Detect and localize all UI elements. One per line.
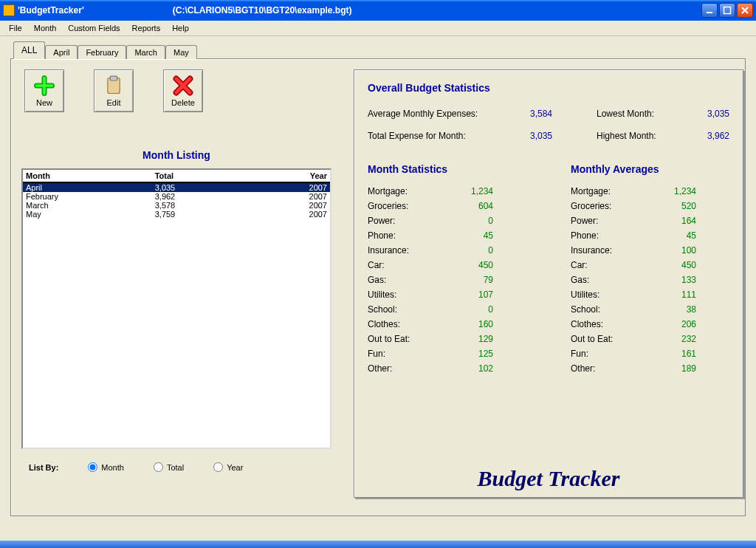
monthly-avg-label: Fun: (571, 349, 652, 359)
monthly-avg-row: Fun:161 (571, 346, 729, 361)
new-button[interactable]: New (24, 69, 64, 112)
table-row[interactable]: March3,5782007 (23, 201, 330, 210)
stats-panel: Overall Budget Statistics Average Monthl… (354, 69, 743, 498)
month-stat-value: 604 (449, 201, 493, 211)
monthly-avg-row: Mortgage:1,234 (571, 184, 729, 199)
cell-month: April (23, 182, 126, 192)
monthly-avg-row: Clothes:206 (571, 317, 729, 332)
month-stat-label: Phone: (368, 230, 449, 241)
radio-year-input[interactable] (213, 462, 223, 472)
window-title: 'BudgetTracker' (18, 5, 84, 16)
tab-march[interactable]: March (126, 45, 165, 59)
monthly-avg-label: Power: (571, 216, 652, 226)
month-stat-label: Utilites: (368, 290, 449, 300)
tab-panel: New Edit Delete Month Listing (10, 58, 746, 516)
svg-rect-0 (707, 12, 712, 13)
menu-month[interactable]: Month (30, 22, 61, 34)
table-row[interactable]: April3,0352007 (23, 182, 330, 192)
plus-icon (34, 75, 55, 96)
tab-may[interactable]: May (165, 45, 197, 59)
monthly-avg-row: Groceries:520 (571, 199, 729, 213)
highest-month-value: 3,962 (685, 131, 729, 141)
month-stat-row: Phone:45 (368, 228, 526, 243)
app-icon (3, 4, 15, 16)
monthly-avg-value: 45 (652, 230, 696, 241)
month-stats-list: Mortgage:1,234Groceries:604Power:0Phone:… (368, 184, 526, 376)
monthly-avg-label: Phone: (571, 230, 652, 241)
radio-total-input[interactable] (154, 462, 163, 472)
total-expense-label: Total Expense for Month: (368, 131, 493, 141)
monthly-avg-value: 1,234 (652, 186, 696, 196)
highest-month-label: Highest Month: (597, 131, 685, 141)
menu-help[interactable]: Help (168, 22, 193, 34)
monthly-avg-label: Out to Eat: (571, 334, 652, 344)
monthly-avg-row: Insurance:100 (571, 243, 729, 258)
lowest-month-label: Lowest Month: (597, 109, 685, 119)
month-listing-grid[interactable]: Month Total Year April3,0352007February3… (21, 168, 331, 449)
edit-button-label: Edit (107, 98, 121, 107)
radio-year-label: Year (227, 463, 243, 472)
edit-button[interactable]: Edit (94, 69, 134, 112)
overall-title: Overall Budget Statistics (368, 82, 729, 94)
radio-year[interactable]: Year (213, 462, 243, 472)
minimize-button[interactable] (701, 3, 718, 18)
month-stat-row: Clothes:160 (368, 317, 526, 332)
radio-month[interactable]: Month (88, 462, 124, 472)
tab-february[interactable]: February (78, 45, 126, 59)
overall-grid: Average Monthly Expenses: 3,584 Lowest M… (368, 109, 729, 141)
monthly-avg-value: 133 (652, 275, 696, 285)
monthly-avg-label: Gas: (571, 275, 652, 285)
month-stat-label: Clothes: (368, 319, 449, 329)
table-row[interactable]: February3,9622007 (23, 192, 330, 201)
monthly-avg-row: Car:450 (571, 258, 729, 273)
tab-all[interactable]: ALL (13, 41, 45, 59)
menu-file[interactable]: File (4, 22, 27, 34)
month-stat-label: Groceries: (368, 201, 449, 211)
col-year[interactable]: Year (266, 170, 330, 182)
month-stat-value: 45 (449, 230, 493, 241)
month-stat-label: Power: (368, 216, 449, 226)
table-row[interactable]: May3,7592007 (23, 210, 330, 219)
monthly-avg-label: Other: (571, 363, 652, 374)
month-stat-label: Insurance: (368, 245, 449, 256)
month-stat-value: 79 (449, 275, 493, 285)
monthly-avg-value: 161 (652, 349, 696, 359)
maximize-button[interactable] (719, 3, 735, 18)
month-stat-label: Other: (368, 363, 449, 374)
monthly-avg-row: Out to Eat:232 (571, 332, 729, 346)
month-stat-label: Mortgage: (368, 186, 449, 196)
col-total[interactable]: Total (126, 170, 267, 182)
month-stat-value: 129 (449, 334, 493, 344)
menu-reports[interactable]: Reports (128, 22, 165, 34)
menu-custom-fields[interactable]: Custom Fields (63, 22, 124, 34)
radio-total[interactable]: Total (154, 462, 184, 472)
month-stat-label: School: (368, 304, 449, 315)
month-stat-row: Power:0 (368, 213, 526, 228)
monthly-avg-value: 164 (652, 216, 696, 226)
monthly-averages-list: Mortgage:1,234Groceries:520Power:164Phon… (571, 184, 729, 376)
tab-april[interactable]: April (45, 45, 78, 59)
listby-label: List By: (29, 463, 58, 472)
monthly-avg-value: 38 (652, 304, 696, 315)
total-expense-value: 3,035 (493, 131, 552, 141)
close-button[interactable] (737, 3, 753, 18)
col-month[interactable]: Month (23, 170, 126, 182)
month-stat-value: 0 (449, 216, 493, 226)
radio-month-input[interactable] (88, 462, 97, 472)
month-stat-value: 125 (449, 349, 493, 359)
avg-expenses-label: Average Monthly Expenses: (368, 109, 493, 119)
window-titlebar: 'BudgetTracker' (C:\CLARION5\BGT10\BGT20… (0, 0, 756, 21)
radio-total-label: Total (167, 463, 184, 472)
month-stat-value: 1,234 (449, 186, 493, 196)
toolbar: New Edit Delete (24, 69, 331, 112)
monthly-avg-value: 520 (652, 201, 696, 211)
monthly-avg-label: School: (571, 304, 652, 315)
month-stat-value: 0 (449, 304, 493, 315)
listby-group: List By: Month Total Year (21, 462, 331, 472)
cell-total: 3,035 (126, 182, 267, 192)
month-stat-value: 450 (449, 260, 493, 270)
clipboard-icon (103, 75, 124, 96)
monthly-avg-label: Utilites: (571, 290, 652, 300)
month-stat-row: Mortgage:1,234 (368, 184, 526, 199)
delete-button[interactable]: Delete (163, 69, 203, 112)
